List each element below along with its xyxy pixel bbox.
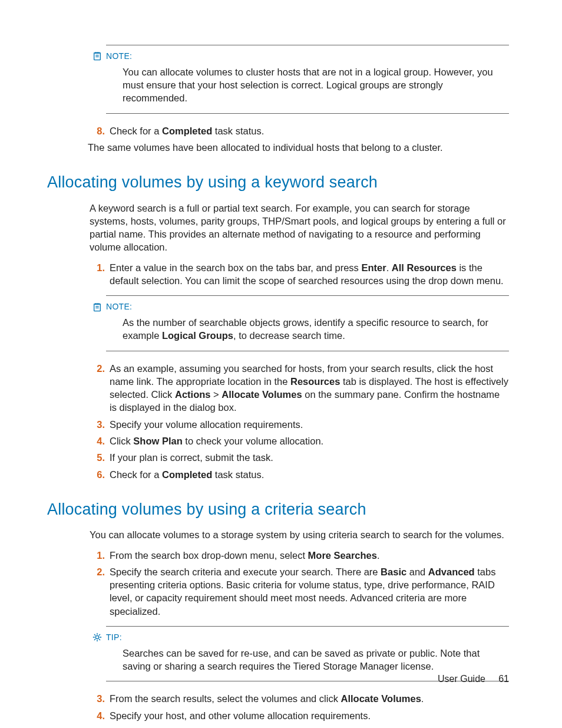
list-item: 5. Click Show Plan to check your volume …: [90, 726, 509, 728]
note-label: NOTE:: [106, 301, 132, 312]
step-number: 4.: [88, 709, 105, 722]
step-text: From the search box drop-down menu, sele…: [110, 550, 380, 561]
list-item: 3. Specify your volume allocation requir…: [90, 418, 509, 431]
note-callout: NOTE: As the number of searchable object…: [106, 295, 509, 351]
svg-point-2: [97, 52, 97, 53]
step-number: 4.: [88, 434, 105, 447]
sec2-step-list-cont: 3. From the search results, select the v…: [90, 692, 509, 728]
step-number: 8.: [88, 124, 105, 137]
page-number: 61: [498, 674, 509, 684]
list-item: 2. As an example, assuming you searched …: [90, 362, 509, 414]
step-number: 3.: [88, 418, 105, 431]
list-item: 1. Enter a value in the search box on th…: [90, 261, 509, 288]
svg-point-7: [98, 304, 99, 304]
step-text: Check for a Completed task status.: [110, 126, 264, 136]
step-text: Specify the search criteria and execute …: [110, 566, 495, 617]
list-item: 6. Check for a Completed task status.: [90, 468, 509, 481]
note-callout: NOTE: You can allocate volumes to cluste…: [106, 45, 509, 114]
step-text: Specify your volume allocation requireme…: [110, 419, 303, 430]
step-number: 2.: [88, 362, 105, 375]
step-text: Check for a Completed task status.: [110, 469, 264, 480]
footer-label: User Guide: [438, 674, 485, 684]
svg-point-8: [95, 636, 98, 639]
step-text: Specify your host, and other volume allo…: [110, 710, 371, 721]
content-column: NOTE: You can allocate volumes to cluste…: [90, 45, 509, 728]
sec2-step-list: 1. From the search box drop-down menu, s…: [90, 549, 509, 618]
step-number: 1.: [88, 549, 105, 562]
step-number: 1.: [88, 261, 105, 274]
list-item: 2. Specify the search criteria and execu…: [90, 565, 509, 618]
list-item: 5. If your plan is correct, submit the t…: [90, 451, 509, 464]
note-body: As the number of searchable objects grow…: [123, 316, 509, 342]
list-item: 4. Specify your host, and other volume a…: [90, 709, 509, 722]
svg-point-3: [98, 52, 99, 53]
step-text: From the search results, select the volu…: [110, 693, 424, 704]
tip-label: TIP:: [106, 632, 122, 643]
sec1-step-list-cont: 2. As an example, assuming you searched …: [90, 362, 509, 481]
paragraph: A keyword search is a full or partial te…: [90, 202, 509, 254]
list-item: 1. From the search box drop-down menu, s…: [90, 549, 509, 562]
note-label: NOTE:: [106, 51, 132, 62]
step-text: As an example, assuming you searched for…: [110, 363, 508, 413]
svg-point-6: [97, 304, 97, 304]
svg-point-1: [95, 52, 96, 53]
note-icon: [92, 302, 102, 312]
step-text: Click Show Plan to check your volume all…: [110, 436, 323, 446]
list-item: 8. Check for a Completed task status.: [90, 124, 509, 137]
step-number: 3.: [88, 692, 105, 705]
sec1-step-list: 1. Enter a value in the search box on th…: [90, 261, 509, 288]
page-footer: User Guide 61: [438, 673, 509, 686]
page: NOTE: You can allocate volumes to cluste…: [0, 0, 562, 728]
step-number: 6.: [88, 468, 105, 481]
step-text: Enter a value in the search box on the t…: [110, 262, 504, 286]
list-item: 4. Click Show Plan to check your volume …: [90, 434, 509, 447]
paragraph: You can allocate volumes to a storage sy…: [90, 528, 509, 541]
svg-point-5: [95, 304, 96, 304]
step-number: 5.: [88, 726, 105, 728]
note-text: You can allocate volumes to cluster host…: [123, 67, 493, 104]
step-text: If your plan is correct, submit the task…: [110, 452, 273, 463]
paragraph: The same volumes have been allocated to …: [88, 141, 509, 154]
top-step-list: 8. Check for a Completed task status.: [90, 124, 509, 137]
section-heading: Allocating volumes by using a keyword se…: [47, 172, 509, 193]
tip-body: Searches can be saved for re-use, and ca…: [123, 647, 509, 673]
step-number: 5.: [88, 451, 105, 464]
note-body: You can allocate volumes to cluster host…: [123, 65, 509, 105]
section-heading: Allocating volumes by using a criteria s…: [47, 499, 509, 520]
svg-rect-0: [94, 53, 101, 60]
list-item: 3. From the search results, select the v…: [90, 692, 509, 705]
note-icon: [92, 51, 102, 61]
tip-icon: [92, 633, 102, 642]
step-number: 2.: [88, 565, 105, 578]
